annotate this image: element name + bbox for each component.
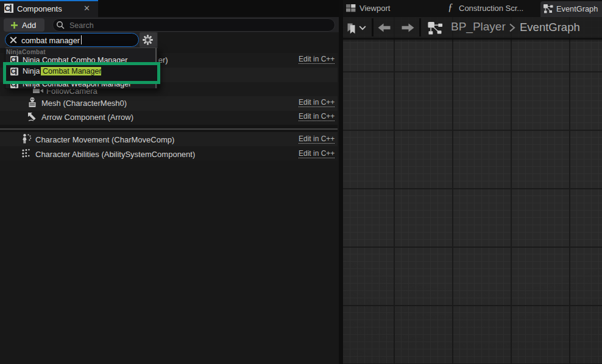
- svg-text:C: C: [4, 4, 10, 13]
- svg-text:C: C: [10, 68, 15, 75]
